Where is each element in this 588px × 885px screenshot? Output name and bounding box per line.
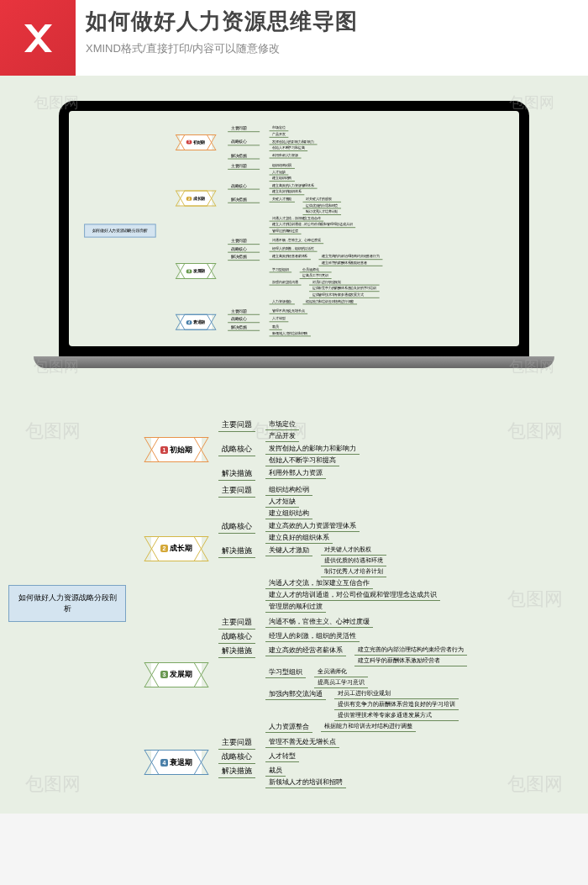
- level3-label[interactable]: 人才短缺: [265, 496, 299, 508]
- level2-label[interactable]: 主要问题: [218, 736, 255, 750]
- level2-label[interactable]: 战略核心: [218, 520, 255, 534]
- level3-label[interactable]: 裁员: [270, 324, 282, 330]
- level2-label[interactable]: 解决措施: [218, 467, 255, 481]
- level4-label[interactable]: 对关键人才的股权: [302, 196, 341, 203]
- level3-label[interactable]: 关键人才激励: [265, 545, 312, 556]
- level3-label[interactable]: 管理层的顺利过渡: [270, 228, 302, 234]
- level4-label[interactable]: 提供有竞争力的薪酬体系营造良好的学习培训: [334, 699, 459, 710]
- level3-label[interactable]: 经理人的刺激，组织的灵活性: [270, 245, 318, 252]
- level2-label[interactable]: 解决措施: [218, 765, 255, 778]
- level3-label[interactable]: 建立人才的培训通道，对公司价值观和管理理念达成共识: [265, 589, 440, 601]
- phase-diamond[interactable]: 3发展期: [180, 263, 212, 279]
- level2-label[interactable]: 解决措施: [228, 324, 260, 331]
- level3-label[interactable]: 经理人的刺激，组织的灵活性: [265, 630, 360, 642]
- level4-label[interactable]: 建立完善的内部治理结构约束经营者行为: [354, 645, 467, 656]
- level2-label[interactable]: 主要问题: [218, 616, 255, 630]
- level2-label[interactable]: 战略核心: [228, 139, 260, 146]
- level3-label[interactable]: 管理不善无处无增长点: [270, 308, 308, 314]
- level3-label[interactable]: 人力资源整合: [265, 721, 312, 733]
- level4-label[interactable]: 建立完善的内部治理结构约束经营者行为: [318, 254, 382, 261]
- level3-label[interactable]: 人才转型: [270, 316, 289, 323]
- level3-label[interactable]: 发挥创始人的影响力和影响力: [265, 443, 360, 455]
- level3-label[interactable]: 建立人才的培训通道，对公司价值观和管理理念达成共识: [270, 222, 356, 229]
- level4-label[interactable]: 全员涵师化: [300, 266, 332, 273]
- phase-diamond[interactable]: 4衰退期: [151, 750, 202, 775]
- level3-label[interactable]: 加强内部交流沟通: [265, 688, 326, 700]
- level2-label[interactable]: 主要问题: [218, 484, 255, 498]
- level3-label[interactable]: 产品开发: [265, 430, 299, 442]
- level2-label[interactable]: 主要问题: [218, 419, 255, 432]
- level2-label[interactable]: 解决措施: [218, 545, 255, 558]
- level4-label[interactable]: 提高员工学习意识: [300, 272, 332, 279]
- level3-label[interactable]: 建立高效的人力资源管理体系: [265, 520, 360, 532]
- level2-label[interactable]: 主要问题: [228, 238, 260, 245]
- phase-diamond[interactable]: 2成长期: [151, 536, 202, 561]
- level4-label[interactable]: 制订优秀人才培养计划: [302, 208, 341, 215]
- level2-label[interactable]: 战略核心: [228, 182, 260, 190]
- level3-label[interactable]: 学习型组织: [270, 266, 292, 273]
- level2-label[interactable]: 战略核心: [218, 751, 255, 764]
- phase-diamond[interactable]: 3发展期: [151, 662, 202, 687]
- level2-label[interactable]: 主要问题: [228, 162, 260, 170]
- level2-label[interactable]: 战略核心: [228, 245, 260, 253]
- level4-label[interactable]: 对关键人才的股权: [321, 545, 386, 556]
- level4-label[interactable]: 提供管理技术等专家多通道发展方式: [309, 292, 380, 298]
- level4-label[interactable]: 提供有竞争力的薪酬体系营造良好的学习培训: [309, 286, 380, 292]
- level3-label[interactable]: 学习型组织: [265, 666, 306, 678]
- level4-label[interactable]: 提高员工学习意识: [314, 677, 368, 688]
- level3-label[interactable]: 人才短缺: [270, 169, 289, 176]
- phase-diamond[interactable]: 2成长期: [180, 191, 212, 207]
- level4-label[interactable]: 全员涵师化: [314, 666, 368, 677]
- level3-label[interactable]: 建立高效的经营者薪体系: [265, 645, 346, 656]
- level3-label[interactable]: 建立高效的经营者薪体系: [270, 254, 311, 261]
- level3-label[interactable]: 人才转型: [265, 751, 299, 762]
- level3-label[interactable]: 建立良好的组织体系: [270, 189, 305, 196]
- level4-label[interactable]: 根据能力和培训去对结构进行调整: [321, 721, 416, 732]
- level4-label[interactable]: 建立科学的薪酬体系激励经营者: [318, 260, 382, 266]
- level3-label[interactable]: 新领域人才的培训和招聘: [265, 777, 346, 788]
- level2-label[interactable]: 解决措施: [228, 254, 260, 261]
- level2-label[interactable]: 解决措施: [218, 645, 255, 658]
- level3-label[interactable]: 加强内部交流沟通: [270, 279, 302, 286]
- level3-label[interactable]: 建立组织结构: [270, 175, 295, 182]
- level3-label[interactable]: 沟通不畅，官僚主义、心神过度缓: [270, 238, 324, 245]
- level3-label[interactable]: 创始人不断学习和提高: [270, 145, 308, 151]
- level2-label[interactable]: 主要问题: [228, 125, 260, 133]
- level3-label[interactable]: 发挥创始人的影响力和影响力: [270, 139, 318, 145]
- root-node[interactable]: 如何做好人力资源战略分段剖析: [8, 585, 126, 621]
- level3-label[interactable]: 产品开发: [270, 131, 289, 138]
- level3-label[interactable]: 管理层的顺利过渡: [265, 601, 326, 613]
- level2-label[interactable]: 战略核心: [218, 443, 255, 456]
- level3-label[interactable]: 利用外部人力资源: [265, 467, 326, 479]
- level4-label[interactable]: 对员工进行职业规划: [309, 279, 380, 286]
- level3-label[interactable]: 建立良好的组织体系: [265, 532, 333, 544]
- phase-diamond[interactable]: 1初始期: [180, 134, 212, 150]
- level3-label[interactable]: 建立高效的人力资源管理体系: [270, 182, 318, 189]
- level4-label[interactable]: 提供优质的待遇和环境: [321, 556, 386, 566]
- level4-label[interactable]: 根据能力和培训去对结构进行调整: [302, 298, 357, 305]
- root-node[interactable]: 如何做好人力资源战略分段剖析: [84, 224, 156, 237]
- level3-label[interactable]: 组织结构松弱: [270, 162, 295, 169]
- level3-label[interactable]: 新领域人才的培训和招聘: [270, 330, 311, 337]
- level3-label[interactable]: 沟通人才交流，加深建立互信合作: [270, 215, 324, 222]
- level3-label[interactable]: 利用外部人力资源: [270, 152, 302, 159]
- level3-label[interactable]: 建立组织结构: [265, 508, 312, 519]
- level4-label[interactable]: 提供管理技术等专家多通道发展方式: [334, 710, 459, 721]
- level2-label[interactable]: 解决措施: [228, 196, 260, 203]
- level4-label[interactable]: 对员工进行职业规划: [334, 688, 459, 699]
- phase-diamond[interactable]: 4衰退期: [180, 314, 212, 330]
- level4-label[interactable]: 建立科学的薪酬体系激励经营者: [354, 656, 467, 666]
- level3-label[interactable]: 市场定位: [265, 419, 299, 430]
- level3-label[interactable]: 沟通不畅，官僚主义、心神过度缓: [265, 616, 373, 628]
- level3-label[interactable]: 组织结构松弱: [265, 484, 312, 496]
- phase-diamond[interactable]: 1初始期: [151, 437, 202, 462]
- level3-label[interactable]: 关键人才激励: [270, 196, 295, 203]
- level3-label[interactable]: 创始人不断学习和提高: [265, 455, 339, 466]
- level2-label[interactable]: 解决措施: [228, 152, 260, 160]
- level3-label[interactable]: 裁员: [265, 765, 286, 777]
- level4-label[interactable]: 制订优秀人才培养计划: [321, 566, 386, 577]
- level3-label[interactable]: 人力资源整合: [270, 298, 295, 305]
- level2-label[interactable]: 主要问题: [228, 308, 260, 315]
- level2-label[interactable]: 战略核心: [218, 630, 255, 644]
- level2-label[interactable]: 战略核心: [228, 316, 260, 324]
